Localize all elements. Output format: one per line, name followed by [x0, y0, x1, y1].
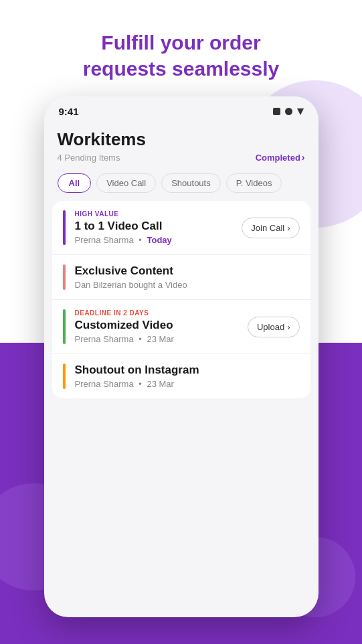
item-title-3: Customized Video [75, 319, 248, 332]
item-badge-1: HIGH VALUE [75, 210, 242, 218]
item-meta-3: Prerna Sharma • 23 Mar [75, 334, 248, 344]
item-accent-4 [63, 364, 66, 389]
item-body-1: HIGH VALUE 1 to 1 Video Call Prerna Shar… [75, 210, 242, 245]
work-item-1: HIGH VALUE 1 to 1 Video Call Prerna Shar… [52, 201, 310, 255]
phone-mockup: 9:41 Workitems 4 Pending Items Completed… [44, 96, 319, 617]
filter-tab-shoutouts[interactable]: Shoutouts [161, 173, 221, 193]
work-item-2: Exclusive Content Dan Bilzerian bought a… [52, 255, 310, 300]
status-bar: 9:41 [44, 96, 319, 123]
wifi-icon [285, 108, 292, 115]
item-body-4: Shoutout on Instagram Prerna Sharma • 23… [75, 364, 300, 389]
item-badge-3: DEADLINE IN 2 DAYS [75, 309, 248, 317]
join-call-button[interactable]: Join Call › [242, 218, 299, 238]
item-meta-1: Prerna Sharma • Today [75, 235, 242, 245]
filter-tabs: All Video Call Shoutouts P. Videos [44, 168, 319, 201]
pending-count: 4 Pending Items [58, 153, 120, 163]
page-subtitle-row: 4 Pending Items Completed › [58, 152, 305, 163]
work-item-4: Shoutout on Instagram Prerna Sharma • 23… [52, 354, 310, 398]
hero-title: Fulfill your order requests seamlessly [83, 29, 280, 82]
item-action-1: Join Call › [242, 210, 299, 245]
item-body-2: Exclusive Content Dan Bilzerian bought a… [75, 264, 300, 290]
battery-icon [297, 108, 304, 115]
item-title-4: Shoutout on Instagram [75, 364, 300, 377]
filter-tab-all[interactable]: All [58, 173, 92, 193]
item-meta-4: Prerna Sharma • 23 Mar [75, 379, 300, 389]
status-icons [273, 108, 304, 115]
item-meta-2: Dan Bilzerian bought a Video [75, 280, 300, 290]
item-title-2: Exclusive Content [75, 264, 300, 278]
upload-button[interactable]: Upload › [248, 317, 300, 337]
page-title: Workitems [58, 129, 305, 150]
signal-icon [273, 108, 280, 115]
item-accent-2 [63, 264, 66, 290]
item-accent-1 [63, 210, 66, 245]
filter-tab-video-call[interactable]: Video Call [96, 173, 156, 193]
work-item-3: DEADLINE IN 2 DAYS Customized Video Prer… [52, 300, 310, 354]
completed-link[interactable]: Completed › [256, 152, 305, 163]
app-container: Fulfill your order requests seamlessly 9… [0, 0, 362, 644]
filter-tab-pvideos[interactable]: P. Videos [226, 173, 282, 193]
item-accent-3 [63, 309, 66, 344]
item-title-1: 1 to 1 Video Call [75, 220, 242, 233]
hero-section: Fulfill your order requests seamlessly [56, 0, 306, 96]
page-header: Workitems 4 Pending Items Completed › [44, 123, 319, 168]
status-time: 9:41 [59, 106, 79, 117]
item-body-3: DEADLINE IN 2 DAYS Customized Video Prer… [75, 309, 248, 344]
item-action-3: Upload › [248, 309, 300, 344]
work-items-list: HIGH VALUE 1 to 1 Video Call Prerna Shar… [52, 201, 310, 398]
